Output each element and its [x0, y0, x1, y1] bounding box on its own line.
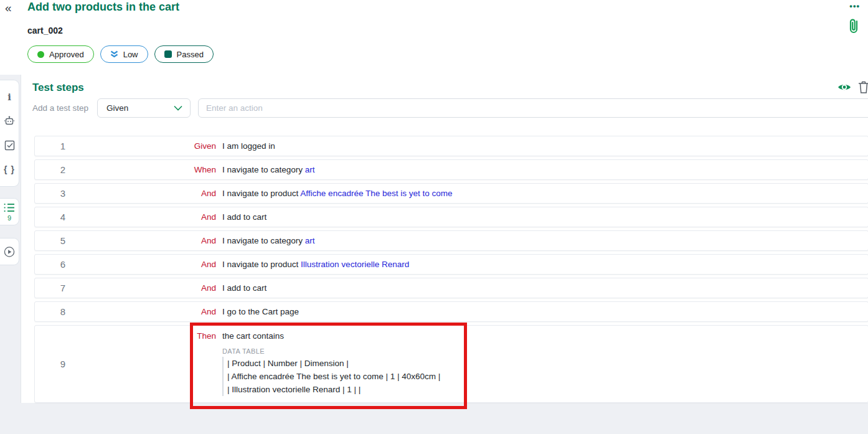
step-number: 6	[35, 259, 91, 270]
play-icon	[4, 246, 15, 257]
step-number: 1	[35, 141, 91, 151]
step-text: I am logged in	[222, 141, 275, 151]
data-table-line: | Illustration vectorielle Renard | 1 | …	[227, 383, 868, 396]
step-number: 3	[35, 188, 91, 199]
robot-icon[interactable]	[4, 116, 15, 127]
chevron-down-icon	[174, 105, 182, 111]
result-square-icon	[164, 50, 172, 58]
step-keyword: And	[91, 283, 216, 293]
step-content: I add to cart	[222, 283, 868, 293]
data-table-lines: | Product | Number | Dimension || Affich…	[222, 357, 868, 396]
status-dot-icon	[37, 51, 44, 58]
badge-label: Low	[123, 50, 138, 59]
step-number: 2	[35, 164, 91, 175]
steps-count-badge: 9	[7, 214, 11, 222]
step-number: 5	[35, 235, 91, 246]
test-step-row[interactable]: 8AndI go to the Cart page	[34, 301, 868, 322]
collapse-panel-icon[interactable]: «	[5, 1, 12, 15]
checkbox-icon[interactable]	[4, 139, 15, 151]
keyword-select-value: Given	[106, 103, 174, 113]
test-step-row[interactable]: 7AndI add to cart	[34, 278, 868, 298]
action-input[interactable]	[198, 98, 868, 118]
test-steps-panel: Test steps Add a test step Given 1GivenI…	[21, 75, 868, 403]
step-number: 8	[35, 306, 91, 317]
badge-row: Approved LowPassed	[27, 45, 214, 63]
badge-low[interactable]: Low	[100, 45, 148, 63]
step-content: I navigate to category art	[222, 165, 868, 174]
test-step-row[interactable]: 6AndI navigate to product Illustration v…	[34, 254, 868, 275]
step-keyword: And	[91, 260, 216, 269]
step-param-link[interactable]: art	[305, 165, 315, 174]
step-content: I navigate to product Illustration vecto…	[222, 260, 868, 269]
step-text: the cart contains	[222, 331, 284, 341]
test-step-row[interactable]: 9Thenthe cart contains DATA TABLE | Prod…	[34, 325, 868, 403]
badge-label: Passed	[177, 50, 204, 59]
badge-passed[interactable]: Passed	[154, 45, 214, 63]
step-keyword: And	[91, 307, 216, 316]
step-number: 7	[35, 283, 91, 293]
test-case-id: cart_002	[27, 26, 63, 35]
more-menu-icon[interactable]: •••	[849, 1, 860, 11]
step-keyword: Given	[91, 141, 216, 151]
step-content: I navigate to product Affiche encadrée T…	[222, 189, 868, 198]
data-table-line: | Product | Number | Dimension |	[227, 357, 868, 370]
eye-icon[interactable]	[837, 82, 851, 92]
step-content: I navigate to category art	[222, 236, 868, 245]
test-step-row[interactable]: 4AndI add to cart	[34, 207, 868, 227]
step-keyword: Then	[91, 326, 216, 402]
steps-list-icon	[4, 202, 15, 214]
step-text: I add to cart	[222, 283, 267, 293]
data-table: DATA TABLE | Product | Number | Dimensio…	[222, 347, 868, 396]
step-keyword: And	[91, 189, 216, 198]
step-number: 4	[35, 212, 91, 222]
step-content: I go to the Cart page	[222, 307, 868, 316]
step-text: I navigate to category	[222, 165, 305, 174]
step-content: the cart contains DATA TABLE | Product |…	[222, 326, 868, 402]
step-keyword: When	[91, 165, 216, 174]
step-text: I go to the Cart page	[222, 307, 299, 316]
add-test-step-label: Add a test step	[32, 103, 88, 113]
data-table-line: | Affiche encadrée The best is yet to co…	[227, 370, 868, 383]
step-param-link[interactable]: art	[305, 236, 315, 245]
step-number: 9	[35, 359, 91, 369]
braces-icon[interactable]: { }	[4, 164, 15, 175]
step-text: I navigate to category	[222, 236, 305, 245]
data-table-label: DATA TABLE	[222, 347, 868, 355]
info-icon[interactable]: i	[4, 92, 15, 103]
step-text: I navigate to product	[222, 189, 300, 198]
step-keyword: And	[91, 212, 216, 222]
step-keyword: And	[91, 236, 216, 245]
page-title: Add two products in the cart	[27, 1, 179, 14]
paperclip-icon[interactable]	[847, 17, 861, 35]
badge-label: Approved	[49, 50, 84, 59]
test-step-row[interactable]: 5AndI navigate to category art	[34, 230, 868, 251]
badge-approved[interactable]: Approved	[27, 45, 94, 63]
test-step-row[interactable]: 3AndI navigate to product Affiche encadr…	[34, 183, 868, 204]
step-param-link[interactable]: Affiche encadrée The best is yet to come	[300, 189, 452, 198]
trash-icon[interactable]	[858, 81, 868, 93]
test-steps-list: 1GivenI am logged in2WhenI navigate to c…	[34, 136, 868, 406]
step-content: I am logged in	[222, 141, 868, 151]
priority-chevrons-icon	[110, 50, 118, 58]
sidebar-tools-card: i { }	[0, 80, 19, 187]
test-steps-title: Test steps	[32, 82, 84, 94]
step-text: I add to cart	[222, 212, 267, 222]
step-content: I add to cart	[222, 212, 868, 222]
test-step-row[interactable]: 1GivenI am logged in	[34, 136, 868, 156]
sidebar-run-card[interactable]	[0, 238, 19, 265]
sidebar-steps-card[interactable]: 9	[0, 198, 19, 225]
keyword-select[interactable]: Given	[97, 98, 191, 118]
header-bar: « Add two products in the cart cart_002 …	[0, 0, 868, 75]
step-text: I navigate to product	[222, 260, 301, 269]
step-param-link[interactable]: Illustration vectorielle Renard	[301, 260, 409, 269]
test-step-row[interactable]: 2WhenI navigate to category art	[34, 159, 868, 180]
